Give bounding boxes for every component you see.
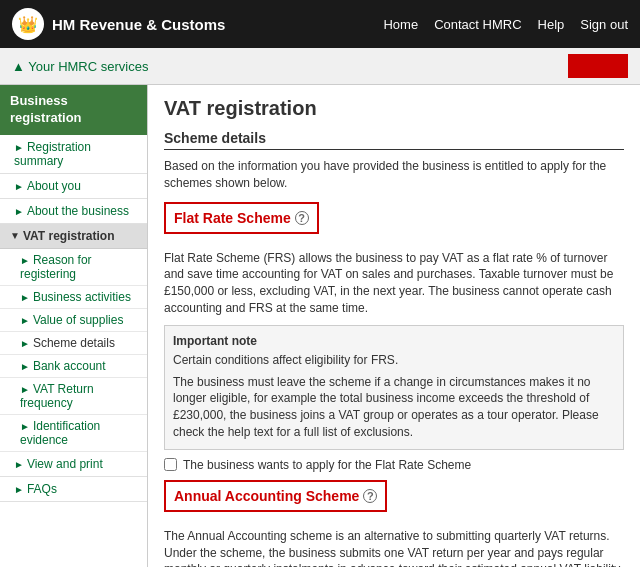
annual-accounting-scheme-box: Annual Accounting Scheme ? bbox=[164, 480, 387, 512]
action-button[interactable] bbox=[568, 54, 628, 78]
annual-accounting-title: Annual Accounting Scheme ? bbox=[174, 488, 377, 504]
contact-link[interactable]: Contact HMRC bbox=[434, 17, 521, 32]
sidebar-section-header: Businessregistration bbox=[0, 85, 147, 135]
sidebar-item-about-business[interactable]: ►About the business bbox=[0, 199, 147, 224]
sidebar-item-view-print[interactable]: ►View and print bbox=[0, 452, 147, 477]
flat-rate-checkbox-label: The business wants to apply for the Flat… bbox=[183, 458, 471, 472]
flat-rate-scheme-box: Flat Rate Scheme ? bbox=[164, 202, 319, 234]
important-note-title: Important note bbox=[173, 334, 615, 348]
arrow-icon: ► bbox=[20, 315, 30, 326]
arrow-icon: ► bbox=[14, 459, 24, 470]
signout-link[interactable]: Sign out bbox=[580, 17, 628, 32]
services-label: Your HMRC services bbox=[28, 59, 148, 74]
services-bar: ▲ Your HMRC services bbox=[0, 48, 640, 85]
header-nav: Home Contact HMRC Help Sign out bbox=[383, 17, 628, 32]
main-content: VAT registration Scheme details Based on… bbox=[148, 85, 640, 567]
help-link[interactable]: Help bbox=[538, 17, 565, 32]
sidebar-item-reg-summary[interactable]: ►Registration summary bbox=[0, 135, 147, 174]
flat-rate-checkbox[interactable] bbox=[164, 458, 177, 471]
sidebar-item-value-supplies[interactable]: ►Value of supplies bbox=[0, 309, 147, 332]
triangle-icon: ▲ bbox=[12, 59, 28, 74]
arrow-icon: ► bbox=[14, 181, 24, 192]
arrow-icon: ► bbox=[20, 384, 30, 395]
main-layout: Businessregistration ►Registration summa… bbox=[0, 85, 640, 567]
arrow-icon: ▼ bbox=[10, 230, 20, 241]
home-link[interactable]: Home bbox=[383, 17, 418, 32]
sidebar-item-faqs[interactable]: ►FAQs bbox=[0, 477, 147, 502]
logo: 👑 HM Revenue & Customs bbox=[12, 8, 225, 40]
arrow-icon: ► bbox=[14, 206, 24, 217]
important-note-text-2: The business must leave the scheme if a … bbox=[173, 374, 615, 441]
sidebar-item-id-evidence[interactable]: ►Identification evidence bbox=[0, 415, 147, 452]
annual-description: The Annual Accounting scheme is an alter… bbox=[164, 528, 624, 567]
crown-icon: 👑 bbox=[12, 8, 44, 40]
arrow-icon: ► bbox=[20, 292, 30, 303]
important-note-box: Important note Certain conditions affect… bbox=[164, 325, 624, 450]
arrow-icon: ► bbox=[14, 484, 24, 495]
sidebar-item-scheme-details[interactable]: ►Scheme details bbox=[0, 332, 147, 355]
sidebar-item-biz-activities[interactable]: ►Business activities bbox=[0, 286, 147, 309]
arrow-icon: ► bbox=[14, 142, 24, 153]
intro-text: Based on the information you have provid… bbox=[164, 158, 624, 192]
flat-rate-title: Flat Rate Scheme ? bbox=[174, 210, 309, 226]
sidebar-item-about-you[interactable]: ►About you bbox=[0, 174, 147, 199]
page-title: VAT registration bbox=[164, 97, 624, 120]
logo-text: HM Revenue & Customs bbox=[52, 16, 225, 33]
site-header: 👑 HM Revenue & Customs Home Contact HMRC… bbox=[0, 0, 640, 48]
sidebar-item-bank-account[interactable]: ►Bank account bbox=[0, 355, 147, 378]
arrow-icon: ► bbox=[20, 361, 30, 372]
section-header: Scheme details bbox=[164, 130, 624, 150]
annual-accounting-help-icon[interactable]: ? bbox=[363, 489, 377, 503]
sidebar: Businessregistration ►Registration summa… bbox=[0, 85, 148, 567]
arrow-icon: ► bbox=[20, 255, 30, 266]
your-hmrc-services-link[interactable]: ▲ Your HMRC services bbox=[12, 59, 148, 74]
sidebar-item-vat-return[interactable]: ►VAT Return frequency bbox=[0, 378, 147, 415]
flat-rate-description: Flat Rate Scheme (FRS) allows the busine… bbox=[164, 250, 624, 317]
arrow-icon: ► bbox=[20, 421, 30, 432]
sidebar-item-reason[interactable]: ►Reason for registering bbox=[0, 249, 147, 286]
important-note-text-1: Certain conditions affect eligibility fo… bbox=[173, 352, 615, 369]
arrow-icon: ► bbox=[20, 338, 30, 349]
sidebar-group-vat-reg[interactable]: ▼VAT registration bbox=[0, 224, 147, 249]
flat-rate-help-icon[interactable]: ? bbox=[295, 211, 309, 225]
flat-rate-checkbox-row: The business wants to apply for the Flat… bbox=[164, 458, 624, 472]
